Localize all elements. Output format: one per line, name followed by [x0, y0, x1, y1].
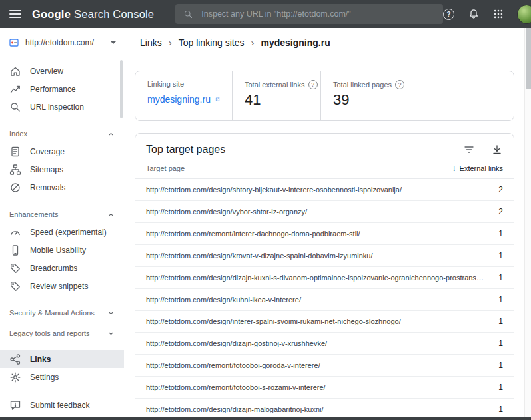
- sidebar-item-overview[interactable]: Overview: [0, 62, 124, 80]
- sidebar-item-coverage[interactable]: Coverage: [0, 142, 124, 160]
- sidebar-item-label: Performance: [30, 85, 76, 94]
- sidebar-item-links[interactable]: Links: [0, 350, 124, 368]
- sidebar-item-label: Speed (experimental): [30, 228, 107, 237]
- property-selector[interactable]: http://etotdom.com/: [0, 28, 124, 57]
- table-column-headers: Target page ↓ External links: [135, 162, 514, 179]
- help-tooltip-icon[interactable]: ?: [308, 80, 318, 89]
- sort-descending-icon: ↓: [452, 164, 456, 173]
- linking-site-link[interactable]: mydesigning.ru: [147, 94, 220, 105]
- page-scrollbar-thumb[interactable]: [526, 28, 531, 89]
- breadcrumb-top-linking-sites[interactable]: Top linking sites: [179, 37, 245, 48]
- sidebar-item-label: URL inspection: [30, 103, 84, 112]
- share-nodes-icon: [9, 353, 21, 365]
- target-page-url: http://etotdom.com/design/kuhni-ikea-v-i…: [146, 296, 314, 304]
- table-row[interactable]: http://etotdom.com/design/shtory-bljekau…: [135, 179, 514, 201]
- sidebar-section-index[interactable]: Index: [0, 125, 124, 142]
- download-icon[interactable]: [491, 144, 503, 156]
- notifications-bell-icon[interactable]: [468, 8, 480, 20]
- help-tooltip-icon[interactable]: ?: [395, 80, 404, 89]
- table-row[interactable]: http://etotdom.com/remont/fotooboi-s-roz…: [135, 377, 514, 399]
- sidebar-item-removals[interactable]: Removals: [0, 178, 124, 196]
- breadcrumb-links[interactable]: Links: [140, 37, 162, 48]
- tag-icon: [9, 262, 21, 274]
- page-scrollbar-track[interactable]: [524, 28, 531, 417]
- chevron-up-icon: [107, 211, 115, 218]
- sidebar-item-submit-feedback[interactable]: Submit feedback: [0, 396, 124, 414]
- table-row[interactable]: http://etotdom.com/design/dizajn-kuxni-s…: [135, 267, 514, 289]
- table-row[interactable]: http://etotdom.com/design/vybor-shtor-iz…: [135, 201, 514, 223]
- feedback-bubble-icon: [9, 399, 21, 411]
- page-body: Linking site mydesigning.ru Total extern…: [124, 57, 524, 417]
- sidebar-item-sitemaps[interactable]: Sitemaps: [0, 160, 124, 178]
- breadcrumb-current: mydesigning.ru: [261, 37, 330, 48]
- table-row[interactable]: http://etotdom.com/remont/fotooboi-gorod…: [135, 355, 514, 377]
- table-row[interactable]: http://etotdom.com/design/krovat-v-dizaj…: [135, 245, 514, 267]
- performance-chart-icon: [9, 83, 21, 95]
- sidebar-item-settings[interactable]: Settings: [0, 368, 124, 386]
- chevron-down-icon: [107, 310, 115, 317]
- help-icon[interactable]: ?: [443, 9, 454, 20]
- table-row[interactable]: http://etotdom.com/design/dizajn-malogab…: [135, 399, 514, 417]
- menu-icon[interactable]: [9, 10, 21, 18]
- main-content: Links › Top linking sites › mydesigning.…: [124, 28, 524, 417]
- table-title: Top target pages: [146, 144, 225, 156]
- sidebar-item-label: Mobile Usability: [30, 246, 86, 255]
- external-links-count: 41: [245, 91, 308, 108]
- app-header: GoogleSearch Console ?: [0, 0, 531, 28]
- table-row[interactable]: http://etotdom.com/design/kuhni-ikea-v-i…: [135, 289, 514, 311]
- sidebar-scrollbar-thumb[interactable]: [120, 60, 123, 118]
- sidebar-item-label: Breadcrumbs: [30, 264, 77, 273]
- external-links-value: 1: [498, 273, 503, 282]
- sidebar-nav: Overview Performance URL inspection Inde…: [0, 57, 124, 417]
- breadcrumb-separator: ›: [251, 37, 255, 48]
- linking-site-summary-card: Linking site mydesigning.ru Total extern…: [135, 71, 514, 121]
- target-page-url: http://etotdom.com/design/interer-spalni…: [146, 317, 414, 325]
- search-icon: [183, 9, 193, 19]
- sidebar-item-performance[interactable]: Performance: [0, 80, 124, 98]
- sidebar-section-legacy[interactable]: Legacy tools and reports: [0, 325, 124, 342]
- external-links-value: 2: [498, 185, 503, 194]
- header-actions: ?: [443, 5, 531, 24]
- external-links-value: 1: [498, 317, 503, 326]
- section-label: Index: [9, 130, 27, 138]
- filter-icon[interactable]: [463, 144, 475, 156]
- column-label: External links: [460, 164, 503, 172]
- magnifier-icon: [9, 101, 21, 113]
- target-page-url: http://etotdom.com/design/dizajn-malogab…: [146, 405, 337, 413]
- url-inspection-searchbar[interactable]: [175, 4, 443, 24]
- url-inspection-input[interactable]: [200, 9, 435, 19]
- sidebar-item-label: Overview: [30, 67, 63, 76]
- column-external-links-sort[interactable]: ↓ External links: [452, 164, 503, 173]
- sidebar-item-label: Coverage: [30, 147, 65, 156]
- brand-google: Google: [32, 8, 71, 20]
- sidebar-item-breadcrumbs[interactable]: Breadcrumbs: [0, 259, 124, 277]
- search-console-property-icon: [8, 37, 20, 49]
- sidebar-item-label: Review snippets: [30, 282, 88, 291]
- sidebar-section-security[interactable]: Security & Manual Actions: [0, 304, 124, 321]
- table-row[interactable]: http://etotdom.com/remont/interer-dachno…: [135, 223, 514, 245]
- table-row[interactable]: http://etotdom.com/design/dizajn-gostino…: [135, 333, 514, 355]
- stat-total-linked-pages: Total linked pages ? 39: [320, 71, 514, 120]
- app-title: GoogleSearch Console: [32, 8, 154, 21]
- external-links-value: 1: [498, 229, 503, 238]
- apps-grid-icon[interactable]: [493, 9, 504, 19]
- sidebar-item-speed[interactable]: Speed (experimental): [0, 223, 124, 241]
- sidebar-item-mobile-usability[interactable]: Mobile Usability: [0, 241, 124, 259]
- sidebar-item-url-inspection[interactable]: URL inspection: [0, 98, 124, 116]
- external-links-value: 1: [498, 251, 503, 260]
- external-links-value: 1: [498, 405, 503, 414]
- external-links-value: 1: [498, 361, 503, 370]
- sidebar-item-review-snippets[interactable]: Review snippets: [0, 277, 124, 295]
- stat-label: Total linked pages: [333, 81, 392, 89]
- target-page-url: http://etotdom.com/design/krovat-v-dizaj…: [146, 252, 386, 260]
- sidebar-item-label: Links: [30, 355, 51, 364]
- section-label: Legacy tools and reports: [9, 329, 89, 337]
- table-row[interactable]: http://etotdom.com/design/interer-spalni…: [135, 311, 514, 333]
- stat-linking-site: Linking site mydesigning.ru: [135, 71, 232, 120]
- breadcrumb-separator: ›: [169, 37, 172, 48]
- chevron-up-icon: [107, 130, 115, 138]
- account-avatar[interactable]: [517, 5, 531, 24]
- sidebar-section-enhancements[interactable]: Enhancements: [0, 206, 124, 223]
- target-page-url: http://etotdom.com/design/shtory-bljekau…: [146, 186, 415, 194]
- external-links-value: 1: [498, 339, 503, 348]
